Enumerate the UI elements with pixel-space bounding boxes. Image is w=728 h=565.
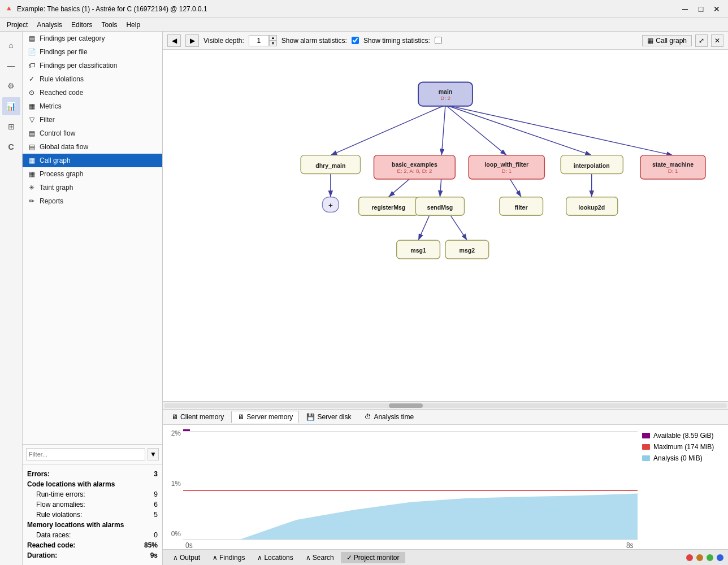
sidebar-icon-chart[interactable]: 📊 — [2, 97, 20, 115]
node-main-sub: D: 2 — [440, 95, 450, 101]
client-memory-icon: 🖥 — [171, 413, 178, 421]
rule-violations-label: Rule violations: — [36, 511, 82, 519]
sidebar-icon-dash[interactable]: — — [2, 56, 20, 75]
legend-analysis-label: Analysis (0 MiB) — [653, 454, 703, 462]
edge-main-loop — [445, 105, 506, 155]
nav-item-findings-per-category[interactable]: ▤ Findings per category — [23, 32, 162, 45]
search-chevron-icon: ∧ — [306, 554, 311, 562]
graph-canvas[interactable]: main D: 2 dhry_main basic_examples E: 2,… — [163, 50, 728, 401]
chart-legend: Available (8.59 GiB) Maximum (174 MiB) A… — [638, 425, 728, 549]
call-graph-button[interactable]: ▦ Call graph — [642, 35, 692, 46]
depth-up-btn[interactable]: ▲ — [269, 35, 277, 41]
status-dots-area — [686, 554, 723, 561]
nav-item-reached-code[interactable]: ⊙ Reached code — [23, 86, 162, 99]
reached-code-label: Reached code: — [27, 541, 75, 549]
node-basic-text: basic_examples — [392, 161, 437, 168]
nav-item-findings-per-classification[interactable]: 🏷 Findings per classification — [23, 59, 162, 72]
maximize-button[interactable]: □ — [694, 3, 708, 15]
duration-value: 9s — [150, 551, 158, 559]
output-chevron-icon: ∧ — [173, 554, 178, 562]
minimize-button[interactable]: ─ — [678, 3, 692, 15]
close-button[interactable]: ✕ — [710, 3, 723, 15]
menu-tools[interactable]: Tools — [97, 20, 122, 30]
nav-filter-input[interactable] — [26, 448, 145, 460]
close-view-button[interactable]: ✕ — [711, 34, 723, 47]
node-dhry-text: dhry_main — [315, 162, 345, 169]
chart-svg: 0s 8s — [183, 425, 638, 549]
nav-label: Reports — [40, 197, 63, 205]
client-memory-label: Client memory — [180, 413, 224, 421]
sidebar-icon-settings[interactable]: ⚙ — [2, 77, 20, 95]
data-races-row: Data races: 0 — [27, 530, 158, 540]
nav-item-reports[interactable]: ✏ Reports — [23, 194, 162, 208]
menu-help[interactable]: Help — [122, 20, 145, 30]
legend-analysis-color — [642, 455, 650, 461]
menu-editors[interactable]: Editors — [67, 20, 97, 30]
tab-findings[interactable]: ∧ Findings — [207, 552, 250, 563]
tab-server-memory[interactable]: 🖥 Server memory — [231, 411, 299, 423]
errors-label: Errors: — [27, 470, 50, 478]
x-label-8s: 8s — [626, 541, 634, 549]
nav-item-process-graph[interactable]: ▦ Process graph — [23, 167, 162, 181]
data-races-value: 0 — [154, 531, 158, 539]
tab-client-memory[interactable]: 🖥 Client memory — [165, 411, 230, 423]
node-interp-text: interpolation — [574, 162, 610, 169]
depth-input[interactable] — [249, 35, 269, 46]
timing-stats-checkbox[interactable] — [435, 37, 442, 44]
nav-item-call-graph[interactable]: ▦ Call graph — [23, 154, 162, 167]
reached-code-icon: ⊙ — [27, 89, 36, 97]
node-lookup-text: lookup2d — [578, 204, 605, 211]
call-graph-icon: ▦ — [647, 37, 653, 45]
errors-row: Errors: 3 — [27, 469, 158, 479]
memory-tabs: 🖥 Client memory 🖥 Server memory 💾 Server… — [163, 409, 728, 425]
global-data-flow-icon: ▤ — [27, 143, 36, 151]
tab-server-disk[interactable]: 💾 Server disk — [300, 411, 357, 423]
menu-analysis[interactable]: Analysis — [32, 20, 67, 30]
status-dot-orange — [696, 554, 703, 561]
tab-output[interactable]: ∧ Output — [167, 552, 206, 563]
tab-locations[interactable]: ∧ Locations — [252, 552, 298, 563]
nav-filter-dropdown-btn[interactable]: ▼ — [148, 448, 159, 460]
nav-item-metrics[interactable]: ▦ Metrics — [23, 99, 162, 113]
nav-item-global-data-flow[interactable]: ▤ Global data flow — [23, 140, 162, 154]
forward-button[interactable]: ▶ — [185, 34, 199, 47]
timing-stats-label: Show timing statistics: — [363, 37, 430, 45]
depth-down-btn[interactable]: ▼ — [269, 41, 277, 46]
findings-file-icon: 📄 — [27, 48, 36, 56]
process-graph-icon: ▦ — [27, 170, 36, 178]
h-scrollbar[interactable] — [163, 401, 728, 409]
expand-view-button[interactable]: ⤢ — [695, 34, 708, 47]
nav-label: Findings per category — [40, 34, 105, 42]
run-time-label: Run-time errors: — [36, 490, 85, 498]
nav-item-findings-per-file[interactable]: 📄 Findings per file — [23, 45, 162, 59]
tab-analysis-time[interactable]: ⏱ Analysis time — [358, 411, 420, 423]
alarm-stats-checkbox[interactable] — [352, 37, 359, 44]
data-races-label: Data races: — [36, 531, 71, 539]
sidebar-icon-grid[interactable]: ⊞ — [2, 118, 20, 136]
titlebar: 🔺 Example: The basics (1) - Astrée for C… — [0, 0, 728, 18]
h-scrollbar-thumb[interactable] — [389, 403, 423, 408]
nav-item-control-flow[interactable]: ▤ Control flow — [23, 127, 162, 140]
nav-item-taint-graph[interactable]: ✳ Taint graph — [23, 181, 162, 194]
output-label: Output — [180, 554, 200, 562]
sidebar-icon-home[interactable]: ⌂ — [2, 36, 20, 54]
legend-maximum-label: Maximum (174 MiB) — [653, 443, 714, 451]
nav-item-rule-violations[interactable]: ✓ Rule violations — [23, 72, 162, 86]
nav-item-filter[interactable]: ▽ Filter — [23, 113, 162, 127]
menu-project[interactable]: Project — [2, 20, 32, 30]
back-button[interactable]: ◀ — [167, 34, 181, 47]
node-state-text: state_machine — [652, 161, 694, 168]
node-msg1-text: msg1 — [410, 247, 426, 254]
tab-search[interactable]: ∧ Search — [300, 552, 340, 563]
server-disk-icon: 💾 — [306, 413, 315, 421]
graph-toolbar: ◀ ▶ Visible depth: ▲ ▼ Show alarm statis… — [163, 32, 728, 50]
sidebar-icon-c[interactable]: C — [2, 138, 20, 156]
analysis-time-icon: ⏱ — [365, 413, 371, 421]
code-alarms-row: Code locations with alarms — [27, 479, 158, 489]
window-controls: ─ □ ✕ — [678, 3, 723, 15]
nav-label: Reached code — [40, 89, 83, 97]
tab-project-monitor[interactable]: ✓ Project monitor — [341, 552, 405, 563]
rule-violations-icon: ✓ — [27, 75, 36, 83]
node-send-text: sendMsg — [427, 204, 453, 211]
reached-code-row: Reached code: 85% — [27, 540, 158, 550]
